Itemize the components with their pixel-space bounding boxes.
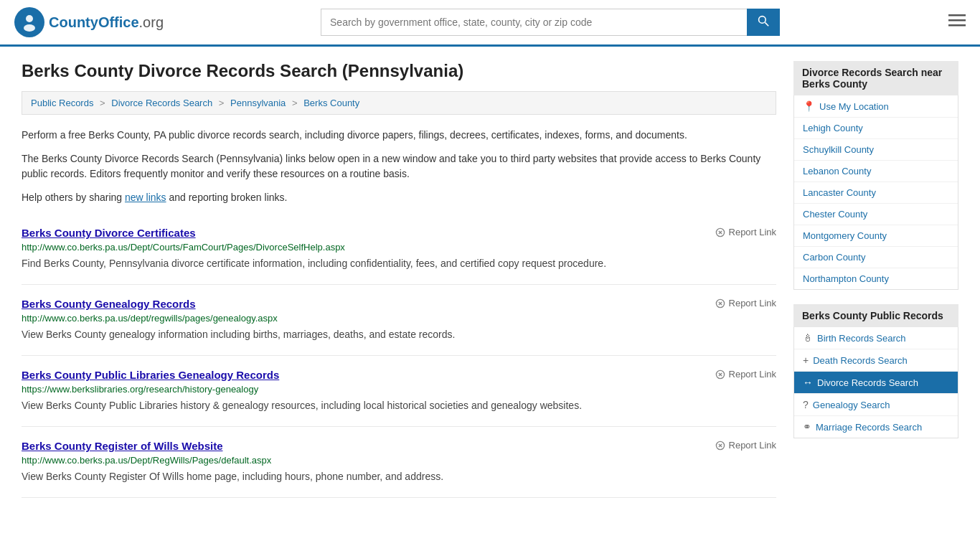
sidebar-public-records-item[interactable]: ⚭Marriage Records Search	[794, 416, 958, 438]
sidebar-nearby-section: Divorce Records Search near Berks County…	[793, 61, 958, 290]
svg-rect-6	[948, 19, 966, 22]
result-url[interactable]: http://www.co.berks.pa.us/Dept/Courts/Fa…	[22, 242, 776, 253]
record-type-icon: ⚭	[803, 421, 811, 433]
sidebar-public-records-link[interactable]: Birth Records Search	[817, 333, 906, 344]
sidebar-nearby-link[interactable]: Lancaster County	[803, 187, 876, 198]
svg-line-4	[765, 22, 768, 26]
logo-area: CountyOffice.org	[14, 7, 164, 37]
result-title[interactable]: Berks County Register of Wills Website	[22, 440, 222, 452]
breadcrumb-berks-county[interactable]: Berks County	[303, 98, 359, 108]
sidebar-nearby-item[interactable]: Lebanon County	[794, 161, 958, 182]
logo-brand: CountyOffice	[49, 14, 139, 30]
report-link[interactable]: Report Link	[715, 369, 776, 380]
public-records-links-list: 🕯Birth Records Search+Death Records Sear…	[793, 327, 958, 438]
search-input[interactable]	[321, 9, 747, 36]
sidebar-public-records-title: Berks County Public Records	[793, 304, 958, 327]
logo-suffix: .org	[139, 14, 164, 30]
sidebar-nearby-link[interactable]: Lehigh County	[803, 123, 863, 133]
sidebar-nearby-link[interactable]: Schuylkill County	[803, 144, 874, 155]
result-url[interactable]: http://www.co.berks.pa.us/dept/regwills/…	[22, 313, 776, 324]
logo-icon	[14, 7, 44, 37]
sidebar-public-records-item[interactable]: +Death Records Search	[794, 349, 958, 372]
description-2: The Berks County Divorce Records Search …	[22, 151, 776, 182]
sidebar-nearby-item[interactable]: Montgomery County	[794, 225, 958, 247]
sidebar-nearby-link[interactable]: Northampton County	[803, 273, 889, 284]
result-desc: View Berks County Register Of Wills home…	[22, 469, 776, 484]
sidebar-nearby-item[interactable]: Carbon County	[794, 247, 958, 268]
breadcrumb-sep-3: >	[292, 98, 298, 108]
svg-rect-7	[948, 24, 966, 27]
svg-rect-5	[948, 14, 966, 17]
search-area	[321, 9, 780, 36]
sidebar-nearby-title: Divorce Records Search near Berks County	[793, 61, 958, 95]
sidebar-nearby-link[interactable]: Montgomery County	[803, 230, 887, 241]
sidebar-public-records-item[interactable]: ↔Divorce Records Search	[794, 372, 958, 394]
svg-point-2	[24, 24, 35, 32]
breadcrumb-pennsylvania[interactable]: Pennsylvania	[230, 98, 286, 108]
record-type-icon: ↔	[803, 377, 813, 388]
description-1: Perform a free Berks County, PA public d…	[22, 128, 776, 143]
result-item: Berks County Register of Wills Website R…	[22, 427, 776, 498]
result-desc: View Berks County Public Libraries histo…	[22, 398, 776, 413]
header: CountyOffice.org	[0, 0, 980, 47]
result-title[interactable]: Berks County Genealogy Records	[22, 298, 196, 310]
sidebar-public-records-item[interactable]: 🕯Birth Records Search	[794, 327, 958, 349]
location-icon: 📍	[803, 100, 815, 112]
hamburger-menu-icon[interactable]	[948, 13, 966, 32]
sidebar-nearby-link[interactable]: Use My Location	[819, 101, 889, 112]
sidebar-public-records-link[interactable]: Genealogy Search	[813, 400, 890, 410]
breadcrumb-sep-1: >	[100, 98, 105, 108]
svg-point-3	[759, 17, 766, 24]
sidebar-public-records-link[interactable]: Divorce Records Search	[817, 377, 918, 388]
nearby-links-list: 📍Use My LocationLehigh CountySchuylkill …	[793, 95, 958, 290]
result-url[interactable]: http://www.co.berks.pa.us/Dept/RegWills/…	[22, 455, 776, 466]
report-link[interactable]: Report Link	[715, 440, 776, 451]
breadcrumb-divorce-records[interactable]: Divorce Records Search	[111, 98, 212, 108]
result-title[interactable]: Berks County Public Libraries Genealogy …	[22, 369, 279, 381]
sidebar-nearby-item[interactable]: Lancaster County	[794, 182, 958, 204]
sidebar-nearby-item[interactable]: 📍Use My Location	[794, 95, 958, 118]
sidebar: Divorce Records Search near Berks County…	[793, 61, 958, 498]
results-list: Berks County Divorce Certificates Report…	[22, 214, 776, 498]
sidebar-nearby-item[interactable]: Chester County	[794, 204, 958, 225]
result-header: Berks County Divorce Certificates Report…	[22, 227, 776, 239]
sidebar-public-records-link[interactable]: Marriage Records Search	[816, 422, 922, 433]
result-desc: Find Berks County, Pennsylvania divorce …	[22, 256, 776, 271]
result-item: Berks County Genealogy Records Report Li…	[22, 285, 776, 356]
breadcrumb-public-records[interactable]: Public Records	[31, 98, 93, 108]
sidebar-nearby-link[interactable]: Chester County	[803, 209, 867, 220]
sidebar-nearby-link[interactable]: Lebanon County	[803, 166, 871, 176]
sidebar-public-records-item[interactable]: ?Genealogy Search	[794, 394, 958, 416]
record-type-icon: 🕯	[803, 332, 813, 344]
record-type-icon: ?	[803, 399, 809, 410]
content-area: Berks County Divorce Records Search (Pen…	[22, 61, 776, 498]
sidebar-public-records-link[interactable]: Death Records Search	[813, 355, 908, 366]
sidebar-nearby-item[interactable]: Schuylkill County	[794, 139, 958, 161]
svg-point-1	[26, 15, 33, 22]
result-header: Berks County Genealogy Records Report Li…	[22, 298, 776, 310]
result-url[interactable]: https://www.berkslibraries.org/research/…	[22, 384, 776, 395]
sidebar-nearby-link[interactable]: Carbon County	[803, 252, 865, 263]
sidebar-nearby-item[interactable]: Lehigh County	[794, 118, 958, 139]
new-links-link[interactable]: new links	[125, 192, 166, 203]
record-type-icon: +	[803, 354, 809, 366]
page-title: Berks County Divorce Records Search (Pen…	[22, 61, 776, 81]
result-title[interactable]: Berks County Divorce Certificates	[22, 227, 196, 239]
breadcrumb-sep-2: >	[219, 98, 225, 108]
sidebar-public-records-section: Berks County Public Records 🕯Birth Recor…	[793, 304, 958, 438]
description-3: Help others by sharing new links and rep…	[22, 190, 776, 205]
breadcrumb: Public Records > Divorce Records Search …	[22, 91, 776, 115]
main-container: Berks County Divorce Records Search (Pen…	[0, 47, 980, 512]
result-header: Berks County Register of Wills Website R…	[22, 440, 776, 452]
result-item: Berks County Public Libraries Genealogy …	[22, 356, 776, 427]
report-link[interactable]: Report Link	[715, 227, 776, 237]
sidebar-nearby-item[interactable]: Northampton County	[794, 268, 958, 289]
result-item: Berks County Divorce Certificates Report…	[22, 214, 776, 285]
report-link[interactable]: Report Link	[715, 298, 776, 309]
search-button[interactable]	[747, 9, 780, 36]
logo-text: CountyOffice.org	[49, 14, 164, 31]
result-header: Berks County Public Libraries Genealogy …	[22, 369, 776, 381]
result-desc: View Berks County genealogy information …	[22, 327, 776, 342]
